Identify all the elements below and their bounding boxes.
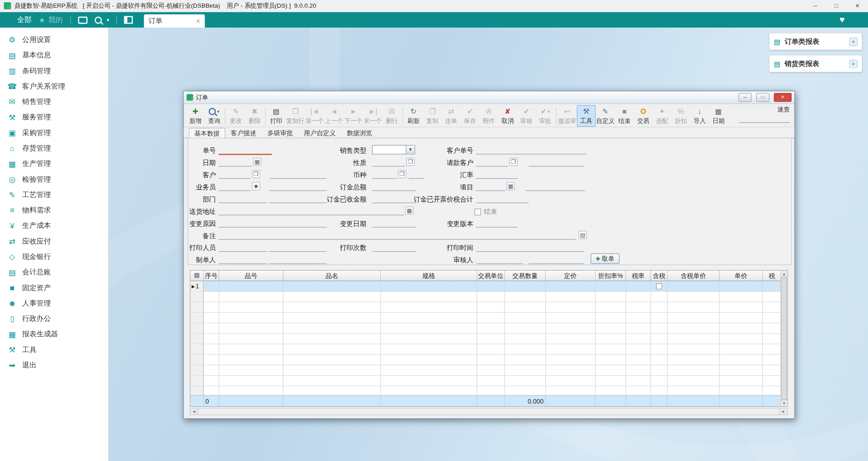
grid-cell[interactable]: [720, 355, 763, 365]
toolbar-print-button[interactable]: ▤打印: [267, 105, 286, 127]
grid-cell[interactable]: [219, 313, 283, 323]
grid-cell[interactable]: [219, 365, 283, 376]
finished-checkbox[interactable]: 结束: [474, 207, 497, 216]
nav-all[interactable]: 全部: [7, 15, 32, 25]
grid-cell[interactable]: [204, 365, 219, 376]
grid-cell[interactable]: [204, 344, 219, 355]
grid-row[interactable]: [190, 355, 787, 365]
toolbar-cancel-button[interactable]: ✘取消: [498, 105, 517, 127]
grid-cell[interactable]: [381, 313, 477, 323]
dialog-minimize-button[interactable]: ─: [738, 93, 751, 102]
toolbar-delete-button[interactable]: ✖删除: [245, 105, 264, 127]
sidebar-item-20[interactable]: ⚒工具: [0, 342, 108, 358]
grid-cell[interactable]: [596, 344, 626, 355]
toolbar-last-button[interactable]: ►|末一个: [363, 105, 382, 127]
grid-cell[interactable]: [596, 334, 626, 344]
column-header-1[interactable]: 品号: [219, 271, 283, 281]
tab-close-icon[interactable]: ✕: [196, 18, 200, 24]
grid-cell[interactable]: [651, 376, 668, 386]
grid-vscrollbar[interactable]: ▲ ▼: [781, 271, 788, 406]
department-input[interactable]: [219, 194, 268, 203]
grid-cell[interactable]: [763, 281, 782, 292]
toolbar-prev-button[interactable]: ◄上一个: [325, 105, 344, 127]
currency-input[interactable]: [372, 170, 397, 179]
grid-hscrollbar[interactable]: ◄ ►: [190, 408, 788, 415]
grid-cell[interactable]: [505, 376, 546, 386]
grid-cell[interactable]: [596, 365, 626, 376]
column-header-2[interactable]: 品名: [283, 271, 381, 281]
grid-cell[interactable]: [219, 376, 283, 386]
grid-cell[interactable]: [720, 334, 763, 344]
customer-browse-icon[interactable]: ❐: [252, 170, 260, 178]
grid-row[interactable]: [190, 313, 787, 323]
grid-cell[interactable]: [546, 365, 595, 376]
note-icon[interactable]: ▤: [579, 231, 587, 239]
column-header-6[interactable]: 定价: [546, 271, 595, 281]
dialog-tab-2[interactable]: 多级审批: [262, 127, 298, 138]
toolbar-custom-button[interactable]: ✎自定义: [596, 105, 615, 127]
grid-cell[interactable]: [204, 334, 219, 344]
billing-customer-name-input[interactable]: [528, 158, 584, 167]
dialog-tab-0[interactable]: 基本数据: [189, 128, 226, 138]
grid-cell[interactable]: [596, 313, 626, 323]
grid-cell[interactable]: [763, 313, 782, 323]
grid-cell[interactable]: [651, 323, 668, 334]
sidebar-item-2[interactable]: ▥条码管理: [0, 63, 108, 79]
grid-cell[interactable]: [546, 302, 595, 313]
customer-input[interactable]: [219, 170, 251, 179]
toolbar-audit-button[interactable]: ✔审核: [517, 105, 536, 127]
column-header-4[interactable]: 交易单位: [477, 271, 505, 281]
toolbar-edit-button[interactable]: ✎更改: [226, 105, 245, 127]
search-button[interactable]: ▾: [94, 16, 109, 24]
grid-cell[interactable]: [668, 281, 720, 292]
dialog-titlebar[interactable]: 订单 ─ □ ✕: [184, 91, 795, 104]
toolbar-import-button[interactable]: ↓导入: [690, 105, 709, 127]
grid-cell[interactable]: [668, 313, 720, 323]
grid-cell[interactable]: [596, 281, 626, 292]
scroll-down-button[interactable]: ▼: [781, 400, 787, 406]
toolbar-attachment-button[interactable]: ✇附件: [479, 105, 498, 127]
grid-cell[interactable]: [546, 323, 595, 334]
sidebar-item-19[interactable]: ▦报表生成器: [0, 326, 108, 342]
grid-row-selected[interactable]: ▶1: [190, 281, 787, 292]
minimize-button[interactable]: ─: [805, 0, 826, 12]
grid-cell[interactable]: [283, 365, 381, 376]
get-order-button[interactable]: ✚取单: [591, 254, 620, 264]
creator-name-input[interactable]: [269, 255, 326, 264]
grid-cell[interactable]: [720, 281, 763, 292]
grid-cell[interactable]: [668, 323, 720, 334]
grid-cell[interactable]: [505, 355, 546, 365]
grid-cell[interactable]: [720, 323, 763, 334]
grid-cell[interactable]: [596, 355, 626, 365]
grid-cell[interactable]: [204, 292, 219, 302]
grid-cell[interactable]: [626, 313, 651, 323]
grid-cell[interactable]: [763, 344, 782, 355]
toolbar-link-button[interactable]: ⇄连单: [442, 105, 461, 127]
grid-row[interactable]: [190, 376, 787, 386]
grid-cell[interactable]: [626, 302, 651, 313]
panel-sales-reports[interactable]: ▤ 销货类报表 +: [769, 55, 862, 72]
grid-cell[interactable]: [668, 344, 720, 355]
sidebar-item-11[interactable]: ≡物料需求: [0, 202, 108, 218]
grid-cell[interactable]: [477, 344, 505, 355]
grid-cell[interactable]: [626, 281, 651, 292]
grid-cell[interactable]: [381, 323, 477, 334]
grid-cell[interactable]: [651, 355, 668, 365]
grid-cell[interactable]: [668, 376, 720, 386]
customer-browse-icon[interactable]: ❐: [509, 158, 518, 166]
sidebar-item-21[interactable]: ➡退出: [0, 358, 108, 373]
auditor-input[interactable]: [476, 255, 523, 264]
grid-cell[interactable]: [219, 323, 283, 334]
sidebar-item-4[interactable]: ✉销售管理: [0, 94, 108, 109]
checkbox-box[interactable]: [474, 208, 481, 215]
grid-cell[interactable]: [204, 313, 219, 323]
grid-cell[interactable]: [626, 323, 651, 334]
toolbar-discount-button[interactable]: %折扣: [671, 105, 690, 127]
grid-cell[interactable]: [219, 302, 283, 313]
grid-cell[interactable]: [668, 302, 720, 313]
grid-cell[interactable]: [381, 365, 477, 376]
print-time-input[interactable]: [476, 243, 584, 252]
toolbar-withdraw-button[interactable]: ↩撤送审: [557, 105, 577, 127]
grid-cell[interactable]: [546, 292, 595, 302]
sidebar-item-7[interactable]: ⌂存货管理: [0, 141, 108, 156]
